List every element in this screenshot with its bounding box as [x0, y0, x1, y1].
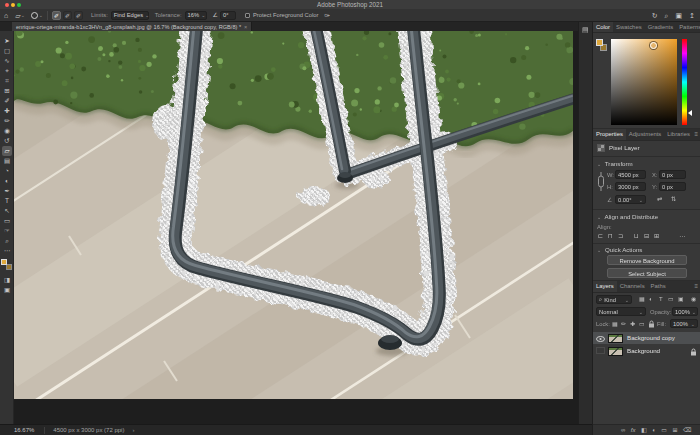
sampling-background-swatch-button[interactable]: ✐: [74, 11, 83, 20]
workspace-switcher-icon[interactable]: ▣: [676, 9, 683, 22]
fill-field[interactable]: 100% ⌄: [670, 319, 698, 328]
panel-foreground-color-swatch[interactable]: [596, 39, 603, 46]
visibility-eye-empty[interactable]: [596, 347, 605, 354]
flip-horizontal-button[interactable]: ⇄: [657, 195, 662, 202]
clone-stamp-tool[interactable]: ◉: [2, 126, 12, 136]
move-tool[interactable]: ➤: [2, 36, 12, 46]
status-chevron-icon[interactable]: ›: [132, 427, 134, 433]
marquee-tool[interactable]: ▢: [2, 46, 12, 56]
adjustment-layer-icon[interactable]: ◐: [652, 426, 656, 435]
layer-filter-kind-dropdown[interactable]: ⌕ Kind ⌄: [596, 295, 632, 304]
blend-mode-dropdown[interactable]: Normal ⌄: [596, 307, 646, 316]
eyedropper-tool[interactable]: ✐: [2, 96, 12, 106]
align-middle-button[interactable]: ⊟: [644, 232, 649, 239]
panel-menu-icon[interactable]: ≡: [694, 129, 700, 140]
sync-icon[interactable]: ↻: [652, 9, 658, 22]
lock-position-icon[interactable]: ✚: [630, 320, 635, 329]
more-align-options-button[interactable]: ⋯: [679, 232, 685, 239]
blur-tool[interactable]: ◔: [2, 166, 12, 176]
canvas-pasteboard[interactable]: [14, 31, 578, 424]
tab-gradients[interactable]: Gradients: [645, 22, 677, 32]
tab-paths[interactable]: Paths: [648, 281, 669, 292]
align-section-header[interactable]: ⌄ Align and Distribute: [597, 213, 658, 220]
add-mask-icon[interactable]: ◧: [641, 426, 647, 435]
align-bottom-button[interactable]: ⊞: [654, 232, 659, 239]
brush-tool[interactable]: ✏: [2, 116, 12, 126]
search-icon[interactable]: ⌕: [665, 9, 669, 22]
object-selection-tool[interactable]: ⌖: [2, 66, 12, 76]
x-field[interactable]: 0 px: [659, 170, 686, 179]
quick-mask-button[interactable]: ◨: [2, 275, 12, 285]
select-subject-button[interactable]: Select Subject: [607, 268, 687, 278]
history-brush-tool[interactable]: ↺: [2, 136, 12, 146]
layer-thumbnail[interactable]: [608, 334, 623, 343]
zoom-tool[interactable]: ⌕: [2, 236, 12, 246]
filter-type-layers-icon[interactable]: T: [659, 295, 663, 304]
tab-channels[interactable]: Channels: [617, 281, 648, 292]
lock-image-pixels-icon[interactable]: ✏: [621, 320, 626, 329]
brush-preview-icon[interactable]: [31, 12, 38, 19]
edit-toolbar-button[interactable]: ⋯: [2, 246, 12, 256]
hue-slider-marker[interactable]: [688, 110, 692, 116]
new-group-icon[interactable]: ▭: [661, 426, 667, 435]
pen-tool[interactable]: ✒: [2, 186, 12, 196]
dodge-tool[interactable]: ◐: [2, 176, 12, 186]
home-icon[interactable]: ⌂: [4, 9, 8, 22]
opacity-field[interactable]: 100% ⌄: [672, 307, 698, 316]
align-center-button[interactable]: ⊓: [608, 232, 613, 239]
tolerance-dropdown[interactable]: 16% ⌄: [185, 11, 207, 20]
close-tab-icon[interactable]: ×: [244, 24, 247, 30]
healing-brush-tool[interactable]: ✚: [2, 106, 12, 116]
sampling-once-button[interactable]: ✐: [63, 11, 72, 20]
lock-all-icon[interactable]: [648, 320, 655, 328]
filter-adjustment-layers-icon[interactable]: ◐: [649, 295, 653, 304]
angle-field[interactable]: 0°: [220, 11, 236, 20]
transform-section-header[interactable]: ⌄ Transform: [597, 160, 633, 167]
align-top-button[interactable]: ⊔: [634, 232, 639, 239]
width-field[interactable]: 4500 px: [615, 170, 646, 179]
hand-tool[interactable]: ☞: [2, 226, 12, 236]
eraser-tool-selected[interactable]: ▱: [2, 146, 12, 156]
type-tool[interactable]: T: [2, 196, 12, 206]
tab-swatches[interactable]: Swatches: [613, 22, 645, 32]
limits-dropdown[interactable]: Find Edges ⌄: [111, 11, 149, 20]
share-icon[interactable]: ↥: [689, 9, 695, 22]
panel-menu-icon[interactable]: ≡: [694, 281, 700, 292]
tab-libraries[interactable]: Libraries: [664, 129, 693, 140]
filter-shape-layers-icon[interactable]: ▭: [668, 295, 674, 304]
tab-properties[interactable]: Properties: [593, 129, 626, 140]
link-layers-icon[interactable]: ∞: [621, 426, 625, 435]
tab-color[interactable]: Color: [593, 22, 613, 32]
visibility-eye-icon[interactable]: [596, 336, 605, 342]
color-picker-ring[interactable]: [650, 42, 657, 49]
lock-transparent-pixels-icon[interactable]: ▦: [612, 320, 618, 329]
gradient-tool[interactable]: ▤: [2, 156, 12, 166]
zoom-level-field[interactable]: 16.67%: [14, 427, 34, 433]
foreground-color-swatch[interactable]: [1, 259, 7, 265]
layer-thumbnail[interactable]: [608, 347, 623, 356]
layer-filter-toggle[interactable]: ◉: [691, 295, 696, 304]
delete-layer-icon[interactable]: ⌫: [683, 426, 691, 435]
tab-layers[interactable]: Layers: [593, 281, 617, 292]
tab-adjustments[interactable]: Adjustments: [626, 129, 664, 140]
quick-actions-header[interactable]: ⌄ Quick Actions: [597, 246, 642, 253]
hue-slider[interactable]: [682, 39, 687, 125]
align-right-button[interactable]: ⊐: [618, 232, 623, 239]
crop-tool[interactable]: ⌗: [2, 76, 12, 86]
rotation-field[interactable]: 0.00°⌄: [615, 195, 646, 204]
align-left-button[interactable]: ⊏: [598, 232, 603, 239]
screen-mode-button[interactable]: ▣: [2, 285, 12, 295]
canvas-image[interactable]: [14, 31, 573, 399]
shape-tool[interactable]: ▭: [2, 216, 12, 226]
tab-patterns[interactable]: Patterns: [676, 22, 700, 32]
path-selection-tool[interactable]: ↖: [2, 206, 12, 216]
link-dimensions-icon[interactable]: [597, 171, 605, 192]
remove-background-button[interactable]: Remove Background: [607, 255, 687, 265]
frame-tool[interactable]: ⊞: [2, 86, 12, 96]
lasso-tool[interactable]: ∿: [2, 56, 12, 66]
y-field[interactable]: 0 px: [659, 182, 686, 191]
filter-pixel-layers-icon[interactable]: ▦: [639, 295, 645, 304]
pen-pressure-icon[interactable]: ✑: [324, 9, 330, 22]
layer-row-background-copy[interactable]: Background copy: [593, 332, 700, 344]
filter-smart-objects-icon[interactable]: ▣: [678, 295, 684, 304]
